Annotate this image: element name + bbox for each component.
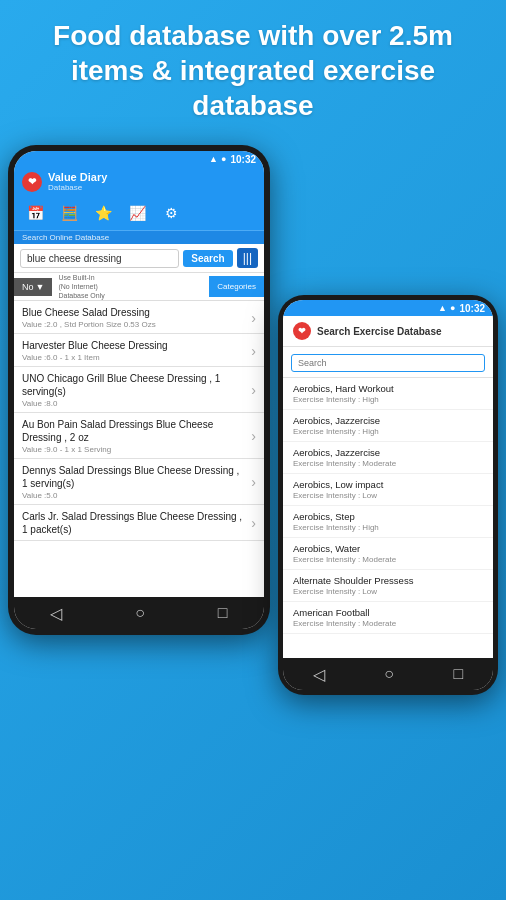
list-item[interactable]: Dennys Salad Dressings Blue Cheese Dress…	[14, 459, 264, 505]
chart-icon[interactable]: 📈	[124, 200, 150, 226]
left-nav-bar: ◁ ○ □	[14, 597, 264, 629]
results-list: Blue Cheese Salad Dressing Value :2.0 , …	[14, 301, 264, 597]
signal-icon: ●	[221, 154, 226, 164]
right-wifi-icon: ▲	[438, 303, 447, 313]
result-name: Au Bon Pain Salad Dressings Blue Cheese …	[22, 418, 247, 444]
filter-row: No ▼ Use Built-In (No Internet) Database…	[14, 273, 264, 301]
exercise-name: Aerobics, Hard Workout	[293, 383, 483, 394]
dropdown-icon: ▼	[36, 282, 45, 292]
categories-button[interactable]: Categories	[209, 276, 264, 297]
app-logo: ❤	[22, 172, 42, 192]
result-name: Harvester Blue Cheese Dressing	[22, 339, 247, 352]
result-content: Dennys Salad Dressings Blue Cheese Dress…	[22, 464, 247, 500]
filter-info: Use Built-In (No Internet) Database Only	[52, 273, 110, 300]
list-item[interactable]: Au Bon Pain Salad Dressings Blue Cheese …	[14, 413, 264, 459]
filter-left: No ▼ Use Built-In (No Internet) Database…	[14, 273, 209, 300]
right-home-button[interactable]: ○	[384, 665, 394, 683]
result-meta: Value :8.0	[22, 399, 247, 408]
result-meta: Value :6.0 - 1 x 1 Item	[22, 353, 247, 362]
chevron-right-icon: ›	[251, 474, 256, 490]
right-screen: ▲ ● 10:32 ❤ Search Exercise Database Aer…	[283, 300, 493, 690]
exercise-meta: Exercise Intensity : Moderate	[293, 619, 483, 628]
no-button[interactable]: No ▼	[14, 278, 52, 296]
result-content: Harvester Blue Cheese Dressing Value :6.…	[22, 339, 247, 362]
star-icon[interactable]: ⭐	[90, 200, 116, 226]
exercise-name: American Football	[293, 607, 483, 618]
exercise-meta: Exercise Intensity : Moderate	[293, 555, 483, 564]
exercise-meta: Exercise Intensity : Low	[293, 587, 483, 596]
result-name: Blue Cheese Salad Dressing	[22, 306, 247, 319]
result-meta: Value :9.0 - 1 x 1 Serving	[22, 445, 247, 454]
result-name: UNO Chicago Grill Blue Cheese Dressing ,…	[22, 372, 247, 398]
toolbar: 📅 🧮 ⭐ 📈 ⚙	[14, 196, 264, 231]
home-button[interactable]: ○	[135, 604, 145, 622]
result-content: UNO Chicago Grill Blue Cheese Dressing ,…	[22, 372, 247, 408]
barcode-button[interactable]: |||	[237, 248, 258, 268]
exercise-header: ❤ Search Exercise Database	[283, 316, 493, 347]
exercise-meta: Exercise Intensity : Low	[293, 491, 483, 500]
exercise-meta: Exercise Intensity : High	[293, 523, 483, 532]
search-label: Search Online Database	[14, 231, 264, 244]
list-item[interactable]: Aerobics, Low impact Exercise Intensity …	[283, 474, 493, 506]
app-subtitle: Database	[48, 183, 256, 192]
left-phone: ▲ ● 10:32 ❤ Value Diary Database 📅 🧮 ⭐ 📈	[8, 145, 270, 635]
exercise-name: Aerobics, Step	[293, 511, 483, 522]
exercise-logo: ❤	[293, 322, 311, 340]
left-status-bar: ▲ ● 10:32	[14, 151, 264, 167]
list-item[interactable]: UNO Chicago Grill Blue Cheese Dressing ,…	[14, 367, 264, 413]
exercise-name: Aerobics, Jazzercise	[293, 415, 483, 426]
right-nav-bar: ◁ ○ □	[283, 658, 493, 690]
exercise-name: Aerobics, Water	[293, 543, 483, 554]
wifi-icon: ▲	[209, 154, 218, 164]
exercise-meta: Exercise Intensity : High	[293, 395, 483, 404]
result-meta: Value :5.0	[22, 491, 247, 500]
exercise-title: Search Exercise Database	[317, 326, 442, 337]
list-item[interactable]: Aerobics, Hard Workout Exercise Intensit…	[283, 378, 493, 410]
exercise-search-row	[283, 347, 493, 378]
search-button[interactable]: Search	[183, 250, 232, 267]
chevron-right-icon: ›	[251, 343, 256, 359]
status-icons: ▲ ●	[209, 154, 226, 164]
list-item[interactable]: Aerobics, Jazzercise Exercise Intensity …	[283, 410, 493, 442]
exercise-name: Alternate Shoulder Pressess	[293, 575, 483, 586]
recent-button[interactable]: □	[218, 604, 228, 622]
exercise-meta: Exercise Intensity : High	[293, 427, 483, 436]
header-title: Food database with over 2.5m items & int…	[0, 0, 506, 135]
list-item[interactable]: American Football Exercise Intensity : M…	[283, 602, 493, 634]
settings-icon[interactable]: ⚙	[158, 200, 184, 226]
list-item[interactable]: Aerobics, Water Exercise Intensity : Mod…	[283, 538, 493, 570]
chevron-right-icon: ›	[251, 515, 256, 531]
exercise-name: Aerobics, Low impact	[293, 479, 483, 490]
calc-icon[interactable]: 🧮	[56, 200, 82, 226]
left-screen: ▲ ● 10:32 ❤ Value Diary Database 📅 🧮 ⭐ 📈	[14, 151, 264, 629]
list-item[interactable]: Aerobics, Step Exercise Intensity : High	[283, 506, 493, 538]
exercise-name: Aerobics, Jazzercise	[293, 447, 483, 458]
result-name: Carls Jr. Salad Dressings Blue Cheese Dr…	[22, 510, 247, 536]
right-status-icons: ▲ ●	[438, 303, 455, 313]
no-label: No	[22, 282, 34, 292]
right-recent-button[interactable]: □	[454, 665, 464, 683]
result-content: Au Bon Pain Salad Dressings Blue Cheese …	[22, 418, 247, 454]
search-input[interactable]	[20, 249, 179, 268]
app-title: Value Diary	[48, 171, 256, 183]
exercise-search-input[interactable]	[291, 354, 485, 372]
exercise-list: Aerobics, Hard Workout Exercise Intensit…	[283, 378, 493, 658]
left-app-header: ❤ Value Diary Database	[14, 167, 264, 196]
chevron-right-icon: ›	[251, 428, 256, 444]
back-button[interactable]: ◁	[50, 604, 62, 623]
result-name: Dennys Salad Dressings Blue Cheese Dress…	[22, 464, 247, 490]
right-signal-icon: ●	[450, 303, 455, 313]
list-item[interactable]: Aerobics, Jazzercise Exercise Intensity …	[283, 442, 493, 474]
list-item[interactable]: Alternate Shoulder Pressess Exercise Int…	[283, 570, 493, 602]
chevron-right-icon: ›	[251, 382, 256, 398]
list-item[interactable]: Blue Cheese Salad Dressing Value :2.0 , …	[14, 301, 264, 334]
app-title-block: Value Diary Database	[48, 171, 256, 192]
calendar-icon[interactable]: 📅	[22, 200, 48, 226]
list-item[interactable]: Carls Jr. Salad Dressings Blue Cheese Dr…	[14, 505, 264, 541]
right-back-button[interactable]: ◁	[313, 665, 325, 684]
phones-area: ▲ ● 10:32 ❤ Value Diary Database 📅 🧮 ⭐ 📈	[0, 135, 506, 865]
result-meta: Value :2.0 , Std Portion Size 0.53 Ozs	[22, 320, 247, 329]
right-phone: ▲ ● 10:32 ❤ Search Exercise Database Aer…	[278, 295, 498, 695]
result-content: Blue Cheese Salad Dressing Value :2.0 , …	[22, 306, 247, 329]
list-item[interactable]: Harvester Blue Cheese Dressing Value :6.…	[14, 334, 264, 367]
